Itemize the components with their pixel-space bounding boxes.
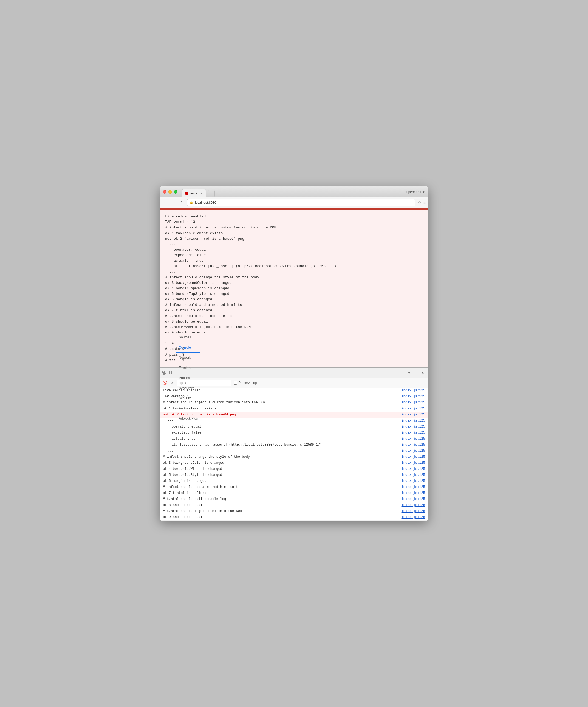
- bookmark-icon[interactable]: ☆: [418, 200, 421, 205]
- console-row-text: at: Test.assert [as _assert] (http://loc…: [163, 443, 397, 447]
- console-row: # t.html should inject html into the DOM…: [160, 508, 428, 514]
- console-row: operator: equalindex.js:125: [160, 424, 428, 430]
- console-row-text: ok 3 backgroundColor is changed: [163, 461, 397, 465]
- console-row-text: TAP version 13: [163, 395, 397, 399]
- console-row-text: # infect should inject a custom favicon …: [163, 401, 397, 405]
- console-row-link[interactable]: index.js:125: [401, 449, 425, 453]
- back-button[interactable]: ←: [162, 200, 168, 206]
- console-row-text: expected: false: [163, 431, 397, 435]
- console-context-selector[interactable]: top ▼: [176, 380, 231, 386]
- device-toolbar-icon[interactable]: [168, 370, 174, 376]
- forward-button[interactable]: →: [171, 200, 176, 206]
- console-row-text: # infect should add a method html to t: [163, 485, 397, 489]
- console-row: ok 7 t.html is definedindex.js:125: [160, 490, 428, 496]
- console-row-text: ok 8 should be equal: [163, 503, 397, 507]
- console-row-text: actual: true: [163, 437, 397, 441]
- console-context-label: top: [178, 381, 183, 385]
- console-row-link[interactable]: index.js:125: [401, 419, 425, 423]
- devtools-tab-network[interactable]: Network: [176, 353, 200, 363]
- console-log-area: Live reload enabled.index.js:125TAP vers…: [160, 388, 428, 520]
- devtools-panel: ElementsSourcesConsoleNetworkTimelinePro…: [160, 368, 428, 520]
- console-row-link[interactable]: index.js:125: [401, 497, 425, 501]
- console-row: ok 3 backgroundColor is changedindex.js:…: [160, 460, 428, 466]
- console-row-link[interactable]: index.js:125: [401, 503, 425, 507]
- console-row-link[interactable]: index.js:125: [401, 395, 425, 399]
- console-row-link[interactable]: index.js:125: [401, 431, 425, 435]
- devtools-tab-timeline[interactable]: Timeline: [176, 363, 200, 373]
- console-row: actual: trueindex.js:125: [160, 436, 428, 442]
- console-row: # t.html should call console logindex.js…: [160, 496, 428, 502]
- maximize-button[interactable]: [174, 190, 177, 194]
- devtools-tab-elements[interactable]: Elements: [176, 322, 200, 333]
- console-row-link[interactable]: index.js:125: [401, 485, 425, 489]
- svg-rect-5: [172, 372, 173, 374]
- test-output: Live reload enabled. TAP version 13 # in…: [165, 214, 423, 363]
- devtools-close-button[interactable]: ×: [419, 371, 426, 375]
- console-row-text: ...: [163, 449, 397, 453]
- console-row-link[interactable]: index.js:125: [401, 491, 425, 495]
- console-row-link[interactable]: index.js:125: [401, 401, 425, 405]
- devtools-tab-sources[interactable]: Sources: [176, 332, 200, 343]
- address-bar: ← → ↻ 🔒 localhost:8080 ☆ ≡: [160, 198, 428, 208]
- title-bar: tests × supercrabtree: [160, 187, 428, 198]
- console-row: ok 6 margin is changedindex.js:125: [160, 478, 428, 484]
- console-row-text: # infect should change the style of the …: [163, 455, 397, 459]
- console-row-text: ok 1 favicon element exists: [163, 407, 397, 410]
- console-row-link[interactable]: index.js:125: [401, 479, 425, 483]
- minimize-button[interactable]: [168, 190, 172, 194]
- console-row-link[interactable]: index.js:125: [401, 413, 425, 416]
- console-row-link[interactable]: index.js:125: [401, 515, 425, 519]
- console-row-link[interactable]: index.js:125: [401, 455, 425, 459]
- console-row-text: ok 4 borderTopWidth is changed: [163, 467, 397, 471]
- console-row-link[interactable]: index.js:125: [401, 443, 425, 447]
- console-row-text: ok 6 margin is changed: [163, 479, 397, 483]
- console-row-link[interactable]: index.js:125: [401, 509, 425, 513]
- console-row: # infect should add a method html to tin…: [160, 484, 428, 490]
- browser-window: tests × supercrabtree ← → ↻ 🔒 localhost:…: [160, 187, 428, 520]
- console-row-link[interactable]: index.js:125: [401, 437, 425, 441]
- console-row: ok 5 borderTopStyle is changedindex.js:1…: [160, 472, 428, 478]
- url-bar[interactable]: 🔒 localhost:8080: [187, 199, 416, 206]
- devtools-options-button[interactable]: ⋮: [413, 370, 419, 376]
- console-row-link[interactable]: index.js:125: [401, 467, 425, 471]
- menu-icon[interactable]: ≡: [423, 200, 426, 205]
- console-row: expected: falseindex.js:125: [160, 430, 428, 436]
- refresh-button[interactable]: ↻: [179, 200, 185, 206]
- tab-favicon: [186, 192, 188, 195]
- console-row: at: Test.assert [as _assert] (http://loc…: [160, 442, 428, 448]
- tab-title: tests: [190, 192, 197, 195]
- console-row: ...index.js:125: [160, 448, 428, 454]
- console-row-link[interactable]: index.js:125: [401, 407, 425, 410]
- svg-rect-4: [169, 371, 171, 374]
- console-row: ok 9 should be equalindex.js:125: [160, 514, 428, 520]
- console-row: # infect should change the style of the …: [160, 454, 428, 460]
- preserve-log-toggle[interactable]: Preserve log: [234, 381, 257, 385]
- console-row-text: ok 9 should be equal: [163, 515, 397, 519]
- chevron-down-icon: ▼: [184, 381, 187, 384]
- devtools-tab-console[interactable]: Console: [176, 342, 200, 353]
- inspect-element-icon[interactable]: [162, 370, 167, 376]
- console-row-link[interactable]: index.js:125: [401, 461, 425, 465]
- address-bar-right: ☆ ≡: [418, 200, 426, 205]
- more-tabs-button[interactable]: »: [406, 371, 413, 375]
- console-row: ok 8 should be equalindex.js:125: [160, 502, 428, 508]
- console-row-link[interactable]: index.js:125: [401, 473, 425, 477]
- devtools-toolbar: ElementsSourcesConsoleNetworkTimelinePro…: [160, 368, 428, 378]
- console-filter-button[interactable]: ⊘: [169, 380, 174, 385]
- new-tab-button[interactable]: [207, 190, 215, 197]
- traffic-lights: [163, 190, 177, 194]
- console-row-text: ok 5 borderTopStyle is changed: [163, 473, 397, 477]
- console-row-link[interactable]: index.js:125: [401, 425, 425, 429]
- tab-area: tests ×: [182, 187, 215, 197]
- active-tab[interactable]: tests ×: [182, 189, 206, 197]
- console-row-text: operator: equal: [163, 425, 397, 429]
- console-row-text: # t.html should call console log: [163, 497, 397, 501]
- console-clear-button[interactable]: 🚫: [162, 380, 167, 385]
- url-text: localhost:8080: [195, 201, 413, 205]
- tab-close-button[interactable]: ×: [200, 192, 202, 195]
- console-row-link[interactable]: index.js:125: [401, 389, 425, 393]
- close-button[interactable]: [163, 190, 166, 194]
- preserve-log-checkbox[interactable]: [234, 381, 237, 385]
- console-row-text: Live reload enabled.: [163, 389, 397, 393]
- user-label: supercrabtree: [405, 190, 425, 194]
